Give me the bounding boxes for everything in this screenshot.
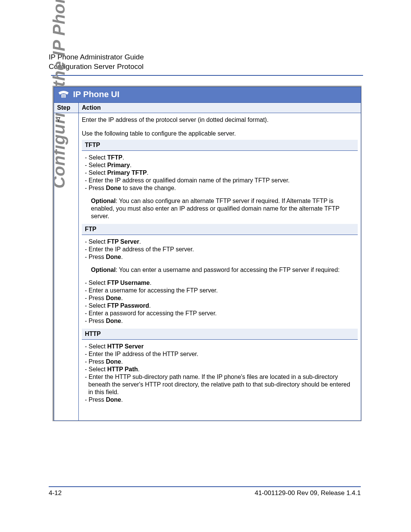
header-line-2: Configuration Server Protocol [49, 62, 365, 72]
panel-title-bar: IP Phone UI [54, 87, 361, 103]
intro-paragraph-1: Enter the IP address of the protocol ser… [82, 116, 358, 124]
http-header: HTTP [82, 329, 358, 340]
ftp-line-2: - Enter the IP address of the FTP server… [85, 246, 355, 253]
ftp-line-3: - Press Done. [85, 253, 355, 261]
http-line-4: - Select HTTP Path. [85, 366, 355, 373]
header-rule [51, 75, 363, 76]
http-body: - Select HTTP Server - Enter the IP addr… [82, 340, 358, 408]
tftp-line-5: - Press Done to save the change. [85, 184, 355, 192]
tftp-body: - Select TFTP. - Select Primary. - Selec… [82, 151, 358, 224]
panel-title: IP Phone UI [73, 89, 119, 99]
tftp-header: TFTP [82, 140, 358, 151]
col-header-step: Step [54, 103, 79, 113]
content-area: IP Phone UI Step Action 7 Enter the IP a… [53, 86, 362, 421]
page-footer: 4-12 41-001129-00 Rev 09, Release 1.4.1 [49, 486, 361, 497]
header-line-1: IP Phone Administrator Guide [49, 53, 365, 62]
http-line-2: - Enter the IP address of the HTTP serve… [85, 350, 355, 358]
ftp-line-7: - Select FTP Password. [85, 302, 355, 310]
ftp-line-1: - Select FTP Server. [85, 238, 355, 246]
http-line-5: - Enter the HTTP sub-directory path name… [85, 373, 355, 396]
intro-paragraph-2: Use the following table to configure the… [82, 130, 358, 137]
tftp-line-4: - Enter the IP address or qualified doma… [85, 177, 355, 184]
step-number: 7 [54, 113, 79, 421]
running-header: IP Phone Administrator Guide Configurati… [49, 53, 365, 71]
footer-doc-id: 41-001129-00 Rev 09, Release 1.4.1 [255, 489, 361, 497]
ftp-line-5: - Enter a username for accessing the FTP… [85, 287, 355, 294]
ftp-optional: Optional: You can enter a username and p… [85, 266, 355, 274]
tftp-line-2: - Select Primary. [85, 161, 355, 169]
document-page: IP Phone Administrator Guide Configurati… [0, 0, 411, 532]
outer-frame: IP Phone UI Step Action 7 Enter the IP a… [53, 86, 362, 421]
tftp-optional: Optional: You can also configure an alte… [85, 197, 355, 220]
ftp-line-4: - Select FTP Username. [85, 279, 355, 287]
http-line-3: - Press Done. [85, 358, 355, 366]
protocol-config-table: TFTP - Select TFTP. - Select Primary. - … [82, 140, 358, 407]
footer-page-number: 4-12 [49, 489, 62, 497]
svg-rect-0 [61, 94, 66, 98]
tftp-line-3: - Select Primary TFTP. [85, 169, 355, 177]
http-line-6: - Press Done. [85, 396, 355, 404]
phone-icon [58, 90, 69, 99]
tftp-line-1: - Select TFTP. [85, 154, 355, 161]
ftp-line-8: - Enter a password for accessing the FTP… [85, 310, 355, 317]
http-line-1: - Select HTTP Server [85, 343, 355, 350]
ip-phone-ui-panel: IP Phone UI Step Action 7 Enter the IP a… [54, 87, 361, 421]
action-cell: Enter the IP address of the protocol ser… [79, 113, 361, 421]
ftp-header: FTP [82, 224, 358, 235]
ftp-body: - Select FTP Server. - Enter the IP addr… [82, 235, 358, 329]
ftp-line-6: - Press Done. [85, 294, 355, 302]
step-action-table: Step Action 7 Enter the IP address of th… [54, 103, 361, 420]
col-header-action: Action [79, 103, 361, 113]
ftp-line-9: - Press Done. [85, 317, 355, 325]
